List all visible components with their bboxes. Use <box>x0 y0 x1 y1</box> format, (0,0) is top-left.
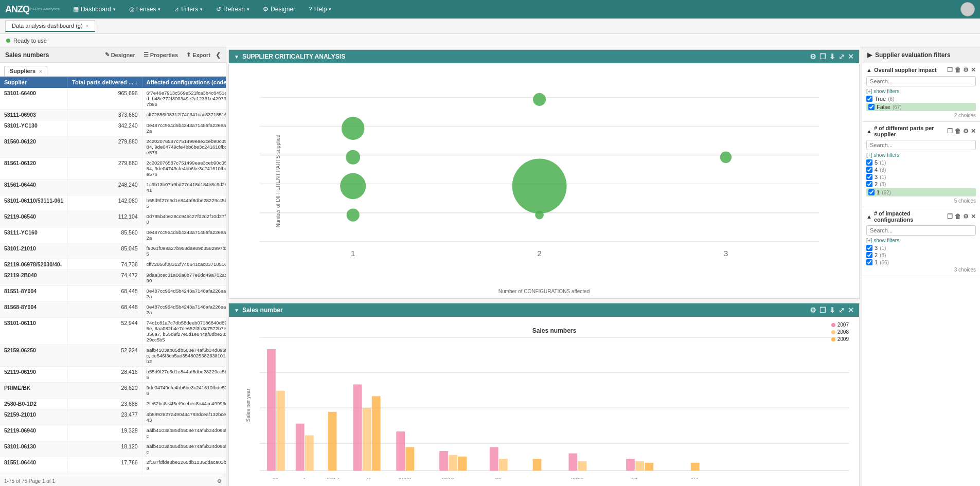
table-row[interactable]: 52159-0625052,224aafb4103ab85db508e74af5… <box>0 345 226 367</box>
close-filter-icon[interactable]: ✕ <box>971 66 976 74</box>
sales-chart-title: Sales number <box>242 307 283 314</box>
copy-filter-icon[interactable]: ❐ <box>947 128 953 135</box>
expand-icon[interactable]: ⤢ <box>839 306 845 314</box>
copy-filter-icon[interactable]: ❐ <box>947 66 953 74</box>
table-row[interactable]: 52119-2B04074,4729daa3cec31a06a0b77e6dd4… <box>0 270 226 286</box>
close-filter-icon[interactable]: ✕ <box>971 128 976 135</box>
table-row[interactable]: 53111-YC16085,5600e487cc964d5b4243a7148a… <box>0 227 226 243</box>
close-filter-icon[interactable]: ✕ <box>971 213 976 220</box>
table-row[interactable]: 81551-0644017,7662f187fdfde8be1265db1135… <box>0 457 226 473</box>
checkbox-true[interactable] <box>866 96 872 102</box>
delete-filter-icon[interactable]: 🗑 <box>955 213 961 220</box>
copy-icon[interactable]: ❐ <box>819 306 826 314</box>
checkbox-3[interactable] <box>866 174 872 180</box>
expand-icon[interactable]: ⤢ <box>839 52 845 61</box>
collapse-icon[interactable]: ▲ <box>866 213 872 220</box>
close-icon[interactable]: ✕ <box>848 306 854 314</box>
settings-icon[interactable]: ⚙ <box>810 306 816 314</box>
checkbox-4[interactable] <box>866 167 872 173</box>
nav-lenses[interactable]: ◎ Lenses ▾ <box>124 4 166 15</box>
collapse-chart-icon[interactable]: ▼ <box>234 54 239 60</box>
settings-filter-icon[interactable]: ⚙ <box>963 66 969 74</box>
settings-icon[interactable]: ⚙ <box>217 478 222 484</box>
collapse-icon[interactable]: ▲ <box>866 128 872 134</box>
checkbox-1-cfg[interactable] <box>866 259 872 265</box>
nav-refresh[interactable]: ↺ Refresh ▾ <box>211 4 255 15</box>
settings-icon[interactable]: ⚙ <box>810 52 816 61</box>
filter-section-3-title: # of impacted configurations <box>874 210 947 223</box>
choices-count-3: 3 choices <box>866 267 976 273</box>
checkbox-5[interactable] <box>866 159 872 166</box>
filter-search-3[interactable] <box>866 225 976 236</box>
checkbox-false[interactable] <box>868 104 875 110</box>
table-row[interactable]: 53101-0613018,120aafb4103ab85db508e74af5… <box>0 441 226 457</box>
tab-close-icon[interactable]: × <box>39 69 42 74</box>
table-row[interactable]: 52119-06978/52030/40-74,736cff72856f0831… <box>0 259 226 270</box>
svg-rect-54 <box>645 463 653 471</box>
table-row[interactable]: 81551-8Y00468,4480e487cc964d5b4243a7148a… <box>0 286 226 302</box>
col-total-parts[interactable]: Total parts delivered ... ↓ <box>68 77 142 88</box>
logo-text: ANZQ <box>5 4 29 15</box>
table-row[interactable]: 53101-YC130342,2400e487cc964d5b4243a7148… <box>0 120 226 136</box>
svg-point-23 <box>720 151 732 163</box>
export-button[interactable]: ⬆ Export <box>183 50 213 59</box>
nav-dashboard[interactable]: ▦ Dashboard ▾ <box>68 4 121 15</box>
table-row[interactable]: 53101-2101085,045f9061f099a27b958dae89d3… <box>0 243 226 259</box>
filter-search-2[interactable] <box>866 140 976 150</box>
table-row[interactable]: 52119-0619028,416b55d9f27e5d1e844af8dbe2… <box>0 367 226 383</box>
nav-designer[interactable]: ⚙ Designer <box>258 4 300 15</box>
data-table: Supplier Total parts delivered ... ↓ Aff… <box>0 77 226 476</box>
properties-button[interactable]: ☰ Properties <box>140 50 181 59</box>
checkbox-2-cfg[interactable] <box>866 252 872 258</box>
copy-filter-icon[interactable]: ❐ <box>947 213 953 220</box>
checkbox-2[interactable] <box>866 181 872 187</box>
table-row[interactable]: PRIME/BK26,6209de04749cfe4bb6be3c241610f… <box>0 383 226 399</box>
collapse-chart-icon[interactable]: ▼ <box>234 308 239 313</box>
filter-section-header-1: ▲ Overall supplier impact ❐ 🗑 ⚙ ✕ <box>866 66 976 74</box>
table-row[interactable]: 53101-06110/53111-061142,080b55d9f27e5d1… <box>0 195 226 211</box>
delete-filter-icon[interactable]: 🗑 <box>955 66 961 74</box>
table-row[interactable]: 53101-66400965,6966f7e46e7913c569e521fca… <box>0 88 226 110</box>
table-row[interactable]: 52159-2101023,4774b8992627a490444793dcea… <box>0 409 226 425</box>
collapse-icon[interactable]: ❮ <box>216 51 221 59</box>
download-icon[interactable]: ⬇ <box>829 52 835 61</box>
show-filters-link-1[interactable]: [+] show filters <box>866 88 976 94</box>
collapse-icon[interactable]: ▲ <box>866 67 872 73</box>
tab-close-icon[interactable]: × <box>86 23 89 29</box>
copy-icon[interactable]: ❐ <box>819 52 826 61</box>
show-filters-link-3[interactable]: [+] show filters <box>866 238 976 243</box>
checkbox-3-cfg[interactable] <box>866 245 872 251</box>
settings-filter-icon[interactable]: ⚙ <box>963 213 969 220</box>
nav-filters[interactable]: ⊿ Filters ▾ <box>169 4 208 15</box>
table-row[interactable]: 81560-06120279,8802c202076587c751499eae3… <box>0 136 226 158</box>
close-icon[interactable]: ✕ <box>848 52 854 61</box>
settings-filter-icon[interactable]: ⚙ <box>963 128 969 135</box>
table-row[interactable]: 81561-06120279,8802c202076587c751499eae3… <box>0 158 226 179</box>
table-row[interactable]: 81561-06440248,2401c9b13b07a9bd27e418d18… <box>0 179 226 195</box>
svg-rect-43 <box>405 447 414 471</box>
table-row[interactable]: 53101-0611052,94474c1c81a7c7db58deeb0718… <box>0 318 226 345</box>
user-avatar[interactable] <box>960 2 975 16</box>
table-row[interactable]: 52119-0694019,328aafb4103ab85db508e74af5… <box>0 425 226 441</box>
download-icon[interactable]: ⬇ <box>829 306 835 314</box>
svg-point-21 <box>512 159 567 214</box>
delete-filter-icon[interactable]: 🗑 <box>955 128 961 135</box>
nav-help[interactable]: ? Help ▾ <box>304 4 336 15</box>
legend-dot-2009 <box>831 337 835 341</box>
table-row[interactable]: 53111-06903373,680cff72856f08312f740641c… <box>0 110 226 120</box>
tab-suppliers[interactable]: Suppliers × <box>4 66 47 76</box>
right-panel: ▶ Supplier evaluation filters ▲ Overall … <box>862 47 980 486</box>
table-row[interactable]: 2580-B0-1D223,6882fe62bc8e4f5ef9cebec8a4… <box>0 399 226 409</box>
tab-data-analysis[interactable]: Data analysis dashboard (g) × <box>5 20 95 32</box>
designer-button[interactable]: ✎ Designer <box>102 50 138 59</box>
svg-rect-37 <box>305 436 314 471</box>
table-row[interactable]: 52119-06540112,1040d785b4b628cc946c27fd2… <box>0 211 226 227</box>
expand-icon[interactable]: ▶ <box>867 51 872 59</box>
chevron-down-icon: ▾ <box>200 7 203 12</box>
show-filters-link-2[interactable]: [+] show filters <box>866 152 976 158</box>
filters-icon: ⊿ <box>174 6 179 13</box>
filter-search-1[interactable] <box>866 76 976 86</box>
filter-option-false: False (67) <box>866 103 976 111</box>
checkbox-1[interactable] <box>868 189 875 195</box>
table-row[interactable]: 81568-8Y00468,4480e487cc964d5b4243a7148a… <box>0 302 226 318</box>
